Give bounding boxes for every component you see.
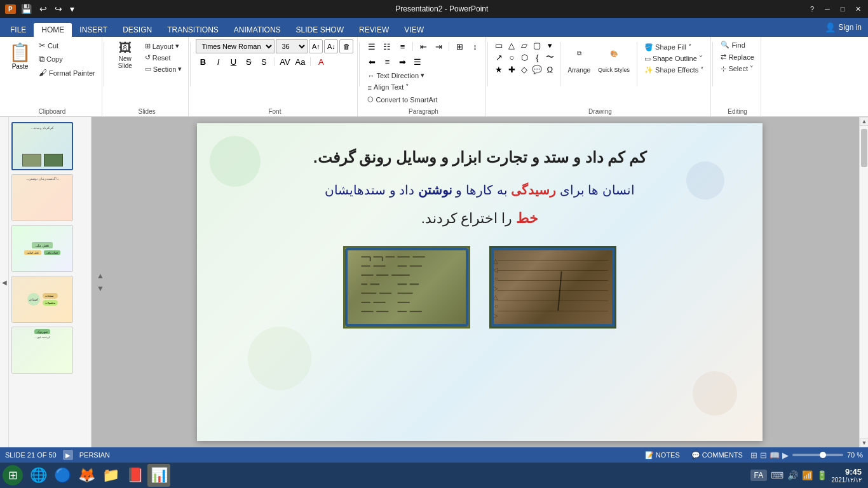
char-spacing-btn[interactable]: AV: [278, 55, 292, 69]
slide-icon-btn[interactable]: ▶: [63, 450, 73, 460]
align-center-btn[interactable]: ≡: [380, 55, 394, 69]
misc-shape-btn[interactable]: Ω: [544, 64, 555, 75]
numbered-btn[interactable]: ☷: [380, 39, 394, 53]
lang-indicator[interactable]: FA: [750, 470, 768, 481]
tab-view[interactable]: VIEW: [397, 23, 431, 37]
normal-view-btn[interactable]: ⊞: [750, 451, 757, 460]
slide-line-1[interactable]: کم کم داد و ستد و تجارت ابزار و وسایل رو…: [313, 149, 646, 166]
layout-button[interactable]: ⊞ Layout ▾: [142, 41, 185, 51]
replace-btn[interactable]: ⇄ Replace: [718, 51, 756, 62]
taskbar-app-chrome[interactable]: 🔵: [51, 464, 74, 487]
tab-review[interactable]: REVIEW: [351, 23, 397, 37]
increase-indent-btn[interactable]: ⇥: [431, 39, 445, 53]
cut-button[interactable]: ✂ Cut: [36, 39, 98, 51]
brace-shape-btn[interactable]: {: [531, 51, 543, 63]
sign-in-btn[interactable]: 👤 Sign in: [818, 20, 868, 35]
notes-btn[interactable]: 📝 NOTES: [641, 450, 684, 461]
slideshow-view-btn[interactable]: ▶: [782, 451, 789, 460]
font-shrink-btn[interactable]: A↓: [324, 39, 338, 53]
select-btn[interactable]: ⊹ Select ˅: [718, 64, 756, 74]
cuneiform-tablet-image[interactable]: [343, 246, 470, 329]
start-button[interactable]: ⊞: [3, 465, 23, 485]
cols-btn[interactable]: ⊞: [452, 39, 466, 53]
copy-button[interactable]: ⧉ Copy: [36, 53, 98, 65]
align-text-btn[interactable]: ≡ Align Text ˅: [365, 82, 412, 93]
right-scrollbar[interactable]: ▲ ▼: [859, 117, 868, 447]
paste-button[interactable]: 📋 Paste: [6, 39, 34, 79]
scroll-thumb[interactable]: [861, 129, 867, 167]
circle-shape-btn[interactable]: ○: [506, 51, 517, 63]
wave-shape-btn[interactable]: 〜: [544, 51, 555, 63]
zoom-slider[interactable]: [792, 454, 843, 456]
linespace-btn[interactable]: ↕: [468, 39, 482, 53]
align-right-btn[interactable]: ➡: [395, 55, 409, 69]
help-btn[interactable]: ?: [807, 4, 817, 14]
font-color-btn[interactable]: A: [314, 55, 328, 69]
scroll-up-btn[interactable]: ▲: [860, 117, 868, 126]
shape-outline-btn[interactable]: ▭ Shape Outline ˅: [642, 53, 707, 64]
new-slide-button[interactable]: 🖼 NewSlide: [109, 39, 141, 71]
slide-line-3[interactable]: خط را اختراع کردند.: [421, 210, 538, 227]
font-size-select[interactable]: 36: [276, 39, 308, 53]
arrange-button[interactable]: ⧉ Arrange: [565, 39, 593, 84]
reading-view-btn[interactable]: 📖: [770, 451, 780, 460]
shape-fill-btn[interactable]: 🪣 Shape Fill ˅: [642, 42, 707, 53]
network-icon[interactable]: 📶: [802, 470, 813, 480]
zoom-slider-thumb[interactable]: [820, 452, 826, 458]
keyboard-icon[interactable]: ⌨: [771, 470, 783, 480]
multi-level-btn[interactable]: ≡: [395, 39, 409, 53]
taskbar-app-ie[interactable]: 🌐: [27, 464, 50, 487]
customize-quick-btn[interactable]: ▾: [67, 3, 77, 15]
slide-thumb-21[interactable]: کم کم داد و ستد...: [11, 122, 73, 170]
font-grow-btn[interactable]: A↑: [309, 39, 323, 53]
maximize-btn[interactable]: □: [837, 4, 848, 14]
italic-btn[interactable]: I: [211, 55, 225, 69]
hexagon-shape-btn[interactable]: ⬡: [519, 51, 530, 63]
font-case-btn[interactable]: Aa: [293, 55, 307, 69]
star-shape-btn[interactable]: ★: [493, 64, 505, 75]
stone-tablet-image[interactable]: △▷◁▽◇○△▷ ◁▽△◇○▷△▷ ○△▷◁▽◇○△ ▷△▽○◇△▷◁ △◇○▷…: [489, 246, 616, 329]
arrow-shape-btn[interactable]: ↗: [493, 51, 505, 63]
format-painter-button[interactable]: 🖌 Format Painter: [36, 67, 98, 79]
tab-animations[interactable]: ANIMATIONS: [226, 23, 288, 37]
quick-styles-button[interactable]: 🎨 Quick Styles: [595, 39, 632, 84]
parallelogram-shape-btn[interactable]: ▱: [519, 39, 530, 51]
taskbar-app-ppt[interactable]: 📊: [147, 464, 170, 487]
grid-view-btn[interactable]: ⊟: [760, 451, 767, 460]
clear-format-btn[interactable]: 🗑: [339, 39, 353, 53]
left-collapse-btn[interactable]: ◀: [0, 117, 9, 447]
volume-icon[interactable]: 🔊: [787, 470, 798, 480]
slide-thumb-22[interactable]: با گذشت زمان نوشتن...: [11, 174, 73, 221]
taskbar-app-firefox[interactable]: 🦊: [75, 464, 98, 487]
taskbar-app-pdf[interactable]: 📕: [123, 464, 146, 487]
diamond-shape-btn[interactable]: ◇: [519, 64, 530, 75]
next-slide-btn[interactable]: ▼: [97, 284, 104, 293]
align-left-btn[interactable]: ⬅: [365, 55, 379, 69]
reset-button[interactable]: ↺ Reset: [142, 52, 185, 63]
battery-icon[interactable]: 🔋: [817, 470, 827, 480]
scroll-down-btn[interactable]: ▼: [860, 438, 868, 447]
redo-quick-btn[interactable]: ↪: [52, 3, 65, 15]
slide-thumb-24[interactable]: استان صفحات محصولات: [11, 276, 73, 323]
justify-btn[interactable]: ☰: [410, 55, 424, 69]
decrease-indent-btn[interactable]: ⇤: [416, 39, 430, 53]
tab-home[interactable]: HOME: [34, 23, 72, 37]
find-btn[interactable]: 🔍 Find: [718, 39, 756, 50]
text-direction-btn[interactable]: ↔ Text Direction ▾: [365, 70, 427, 81]
taskbar-app-folder[interactable]: 📁: [99, 464, 122, 487]
font-name-select[interactable]: Times New Roman: [196, 39, 275, 53]
rounded-rect-shape-btn[interactable]: ▢: [531, 39, 543, 51]
triangle-shape-btn[interactable]: △: [506, 39, 517, 51]
shape-effects-btn[interactable]: ✨ Shape Effects ˅: [642, 65, 707, 76]
tab-file[interactable]: FILE: [3, 23, 34, 37]
slide-thumb-25[interactable]: شهرنوک تاریخچه شهر...: [11, 327, 73, 374]
prev-slide-btn[interactable]: ▲: [97, 271, 104, 280]
undo-quick-btn[interactable]: ↩: [37, 3, 50, 15]
save-quick-btn[interactable]: 💾: [18, 3, 34, 15]
more-shapes-btn[interactable]: ▾: [544, 39, 555, 51]
callout-shape-btn[interactable]: 💬: [531, 64, 543, 75]
underline-btn[interactable]: U: [226, 55, 240, 69]
tab-transitions[interactable]: TRANSITIONS: [159, 23, 226, 37]
comments-btn[interactable]: 💬 COMMENTS: [688, 450, 747, 461]
rect-shape-btn[interactable]: ▭: [493, 39, 505, 51]
